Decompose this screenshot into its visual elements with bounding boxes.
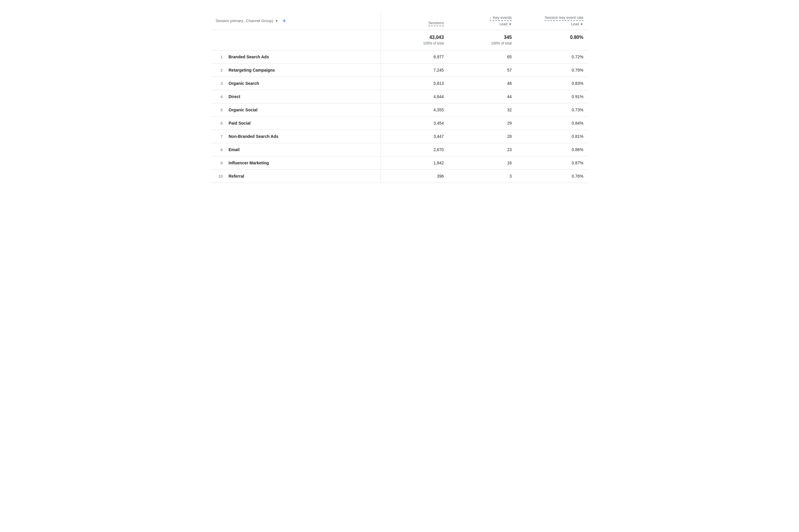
sessions-cell: 3,447 (381, 130, 449, 143)
row-rank: 9 (216, 161, 223, 165)
sessions-cell: 396 (381, 170, 449, 183)
sessions-cell: 8,977 (381, 50, 449, 64)
row-rank: 6 (216, 121, 223, 126)
sort-arrow-icon: ↓ (489, 15, 491, 20)
key-events-cell: 44 (449, 90, 516, 103)
channel-cell: 8 Email (211, 143, 381, 156)
sessions-header: Sessions (381, 12, 449, 30)
channel-cell: 6 Paid Social (211, 117, 381, 130)
table-row: 8 Email 2,670 23 0.86% (211, 143, 588, 156)
row-rank: 4 (216, 95, 223, 99)
sessions-cell: 3,454 (381, 117, 449, 130)
channel-name: Paid Social (229, 121, 251, 126)
totals-key-events-sub: 100% of total (453, 41, 512, 45)
row-rank: 5 (216, 108, 223, 112)
table-row: 4 Direct 4,844 44 0.91% (211, 90, 588, 103)
rate-cell: 0.81% (516, 130, 588, 143)
sessions-cell: 1,842 (381, 156, 449, 170)
table-row: 3 Organic Search 5,813 48 0.83% (211, 77, 588, 90)
channel-name: Organic Search (229, 81, 259, 86)
rate-cell: 0.79% (516, 64, 588, 77)
rate-cell: 0.91% (516, 90, 588, 103)
totals-key-events-cell: 345 100% of total (449, 30, 516, 50)
row-rank: 2 (216, 68, 223, 73)
channel-name: Influencer Marketing (229, 160, 269, 165)
channel-cell: 5 Organic Social (211, 103, 381, 116)
channel-cell: 4 Direct (211, 90, 381, 103)
sessions-cell: 4,355 (381, 103, 449, 117)
channel-name: Referral (229, 174, 244, 178)
key-events-cell: 28 (449, 130, 516, 143)
rate-cell: 0.76% (516, 170, 588, 183)
sessions-cell: 7,245 (381, 64, 449, 77)
rate-cell: 0.87% (516, 156, 588, 170)
sessions-col-label: Sessions (428, 21, 444, 25)
channel-group-dropdown[interactable]: Session primary...Channel Group) ▼ (216, 19, 278, 23)
session-key-event-rate-header: Session key event rate Lead ▼ (516, 12, 588, 30)
table-body: 1 Branded Search Ads 8,977 65 0.72% 2 Re… (211, 50, 588, 183)
key-events-cell: 57 (449, 64, 516, 77)
main-container: Session primary...Channel Group) ▼ + Ses… (193, 0, 606, 195)
session-rate-lead-dropdown[interactable]: ▼ (580, 22, 583, 26)
rate-cell: 0.86% (516, 143, 588, 156)
table-row: 5 Organic Social 4,355 32 0.73% (211, 103, 588, 117)
key-events-cell: 23 (449, 143, 516, 156)
rate-cell: 0.84% (516, 117, 588, 130)
rate-cell: 0.83% (516, 77, 588, 90)
channel-name: Direct (229, 94, 241, 99)
row-rank: 7 (216, 134, 223, 139)
totals-row: 43,043 100% of total 345 100% of total 0… (211, 30, 588, 50)
channel-cell: 1 Branded Search Ads (211, 50, 381, 63)
add-dimension-button[interactable]: + (281, 18, 287, 24)
channel-name: Non-Branded Search Ads (229, 134, 279, 139)
table-row: 9 Influencer Marketing 1,842 16 0.87% (211, 156, 588, 170)
row-rank: 10 (216, 174, 223, 178)
session-key-event-rate-col-label: Session key event rate (545, 15, 583, 20)
totals-key-events-value: 345 (453, 35, 512, 40)
totals-rate-cell: 0.80% (516, 30, 588, 50)
totals-channel-cell (211, 30, 381, 50)
filter-header-row: Session primary...Channel Group) ▼ + Ses… (211, 12, 588, 30)
rate-cell: 0.73% (516, 103, 588, 117)
session-rate-sub-label: Lead (571, 22, 579, 26)
key-events-cell: 16 (449, 156, 516, 170)
channel-name: Email (229, 147, 240, 152)
channel-cell: 9 Influencer Marketing (211, 156, 381, 169)
channel-name: Branded Search Ads (229, 55, 269, 59)
table-row: 6 Paid Social 3,454 29 0.84% (211, 117, 588, 130)
totals-sessions-cell: 43,043 100% of total (381, 30, 449, 50)
key-events-cell: 3 (449, 170, 516, 183)
dropdown-arrow-icon: ▼ (275, 19, 278, 23)
totals-sessions-sub: 100% of total (386, 41, 444, 45)
channel-cell: 3 Organic Search (211, 77, 381, 90)
channel-name: Organic Social (229, 108, 258, 112)
analytics-table: Session primary...Channel Group) ▼ + Ses… (211, 12, 588, 183)
key-events-cell: 29 (449, 117, 516, 130)
key-events-header: ↓Key events Lead ▼ (449, 12, 516, 30)
totals-rate-value: 0.80% (521, 35, 583, 40)
table-row: 1 Branded Search Ads 8,977 65 0.72% (211, 50, 588, 64)
key-events-col-label: Key events (493, 15, 512, 20)
key-events-sub-label: Lead (500, 22, 507, 26)
totals-sessions-value: 43,043 (386, 35, 444, 40)
row-rank: 8 (216, 148, 223, 152)
channel-group-label: Session primary...Channel Group) (216, 19, 274, 23)
table-row: 7 Non-Branded Search Ads 3,447 28 0.81% (211, 130, 588, 143)
row-rank: 3 (216, 81, 223, 86)
channel-name: Retargeting Campaigns (229, 68, 275, 73)
key-events-cell: 32 (449, 103, 516, 117)
key-events-lead-dropdown[interactable]: ▼ (508, 22, 512, 26)
channel-cell: 2 Retargeting Campaigns (211, 64, 381, 77)
channel-cell: 10 Referral (211, 170, 381, 183)
key-events-cell: 48 (449, 77, 516, 90)
sessions-cell: 2,670 (381, 143, 449, 156)
sessions-cell: 4,844 (381, 90, 449, 103)
key-events-cell: 65 (449, 50, 516, 64)
row-rank: 1 (216, 55, 223, 59)
rate-cell: 0.72% (516, 50, 588, 64)
channel-cell: 7 Non-Branded Search Ads (211, 130, 381, 143)
sessions-cell: 5,813 (381, 77, 449, 90)
table-row: 10 Referral 396 3 0.76% (211, 170, 588, 183)
table-row: 2 Retargeting Campaigns 7,245 57 0.79% (211, 64, 588, 77)
